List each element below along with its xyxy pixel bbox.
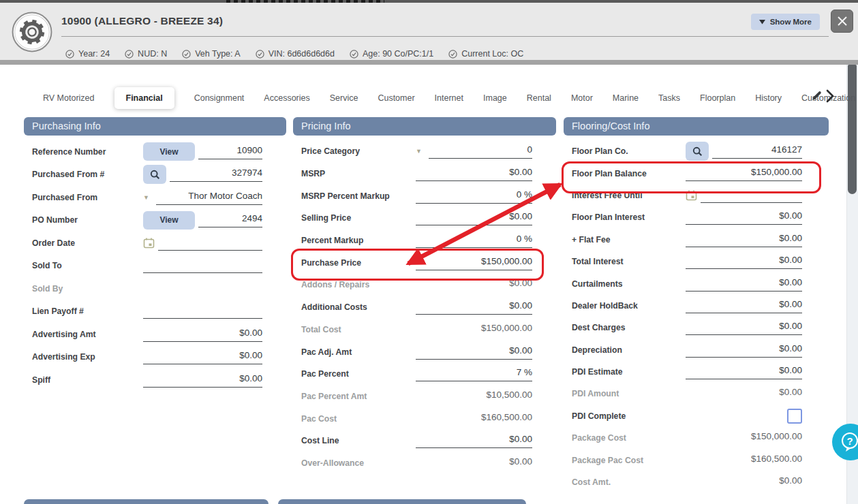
- value-price-category[interactable]: 0: [429, 144, 532, 159]
- tab-history[interactable]: History: [755, 93, 782, 103]
- field-control: $0.00: [143, 327, 262, 342]
- label-order-date: Order Date: [24, 238, 143, 248]
- search-button[interactable]: [143, 165, 166, 184]
- value-selling-price[interactable]: $0.00: [416, 210, 532, 225]
- row-package-cost: Package Cost $150,000.00: [564, 427, 829, 449]
- tab-consignment[interactable]: Consignment: [194, 93, 245, 103]
- tab-marine[interactable]: Marine: [613, 93, 639, 103]
- value-dest-charges[interactable]: $0.00: [686, 320, 802, 335]
- calendar-icon[interactable]: [686, 189, 697, 201]
- value-pac-percent[interactable]: 7 %: [416, 366, 532, 381]
- value-purchased-from[interactable]: 327974: [170, 167, 262, 182]
- field-control: $0.00: [416, 166, 532, 181]
- label-lien-payoff: Lien Payoff #: [24, 306, 143, 316]
- calendar-icon[interactable]: [143, 237, 155, 249]
- value-total-interest[interactable]: $0.00: [686, 254, 802, 269]
- value-po-number[interactable]: 2494: [198, 212, 262, 227]
- label-depreciation: Depreciation: [564, 345, 686, 355]
- bottom-panel-header-right: [278, 499, 526, 504]
- field-control: $10,500.00: [416, 389, 532, 404]
- pdi-complete-checkbox[interactable]: [787, 409, 802, 424]
- tab-image[interactable]: Image: [483, 93, 507, 103]
- label-floor-plan-co: Floor Plan Co.: [564, 146, 686, 156]
- value-pac-cost: $160,500.00: [416, 411, 532, 426]
- value-dealer-holdback[interactable]: $0.00: [686, 298, 802, 313]
- row-pac-adj-amt: Pac Adj. Amt $0.00: [293, 341, 556, 363]
- row-selling-price: Selling Price $0.00: [293, 207, 556, 230]
- tab-service[interactable]: Service: [330, 93, 358, 103]
- badge-year: Year: 24: [65, 49, 110, 59]
- value-advertising-amt[interactable]: $0.00: [143, 327, 262, 342]
- tab-scroll-right-chevron[interactable]: [826, 89, 834, 106]
- value-order-date[interactable]: [158, 236, 262, 251]
- label-dealer-holdback: Dealer HoldBack: [564, 301, 686, 311]
- check-circle-icon: [448, 50, 457, 59]
- field-control: $0.00: [686, 277, 802, 292]
- dropdown-caret-icon[interactable]: ▼: [416, 148, 425, 155]
- help-button[interactable]: ?: [832, 424, 858, 460]
- value-floor-plan-balance[interactable]: $150,000.00: [686, 166, 802, 181]
- value-spiff[interactable]: $0.00: [143, 373, 262, 388]
- check-circle-icon: [256, 50, 264, 59]
- show-more-button[interactable]: Show More: [751, 14, 820, 30]
- field-control: 416127: [686, 142, 802, 161]
- value-msrp-percent-markup[interactable]: 0 %: [416, 189, 532, 204]
- field-control: $0.00: [686, 386, 802, 401]
- row-additional-costs: Additional Costs $0.00: [293, 296, 556, 319]
- dropdown-caret-icon[interactable]: ▼: [143, 194, 153, 201]
- header-divider: [61, 36, 829, 37]
- badge-current-loc: Current Loc: OC: [448, 49, 523, 59]
- check-circle-icon: [182, 50, 191, 59]
- tab-rv-motorized[interactable]: RV Motorized: [43, 93, 95, 103]
- field-control: $0.00: [416, 277, 532, 292]
- view-button[interactable]: View: [143, 211, 195, 230]
- tab-rental[interactable]: Rental: [527, 93, 551, 103]
- row-floor-plan-balance: Floor Plan Balance $150,000.00: [564, 162, 829, 184]
- tab-tasks[interactable]: Tasks: [658, 93, 680, 103]
- value-cost-line[interactable]: $0.00: [416, 433, 532, 448]
- value-flat-fee[interactable]: $0.00: [686, 232, 802, 247]
- view-button[interactable]: View: [143, 142, 195, 161]
- field-control: [143, 258, 262, 273]
- row-order-date: Order Date: [24, 232, 286, 255]
- row-pdi-estimate: PDI Estimate $0.00: [564, 361, 829, 383]
- tab-customer[interactable]: Customer: [378, 93, 414, 103]
- search-button[interactable]: [686, 142, 709, 161]
- value-floor-plan-co[interactable]: 416127: [712, 144, 802, 159]
- value-curtailments[interactable]: $0.00: [686, 277, 802, 292]
- field-control: $150,000.00: [686, 166, 802, 181]
- value-msrp[interactable]: $0.00: [416, 166, 532, 181]
- header-separator: [0, 60, 858, 65]
- value-purchase-price[interactable]: $150,000.00: [416, 255, 532, 270]
- value-advertising-exp[interactable]: $0.00: [143, 349, 262, 364]
- scrollbar-thumb[interactable]: [848, 65, 857, 194]
- value-sold-to[interactable]: [143, 258, 262, 273]
- field-control: $160,500.00: [686, 453, 802, 468]
- value-lien-payoff[interactable]: [143, 304, 262, 319]
- tab-floorplan[interactable]: Floorplan: [700, 93, 735, 103]
- value-additional-costs[interactable]: $0.00: [416, 300, 532, 315]
- label-floor-plan-balance: Floor Plan Balance: [564, 169, 686, 178]
- search-icon: [692, 146, 703, 157]
- row-cost-line: Cost Line $0.00: [293, 430, 556, 452]
- tab-financial[interactable]: Financial: [114, 87, 174, 109]
- show-more-label: Show More: [770, 18, 812, 26]
- label-advertising-exp: Advertising Exp: [24, 352, 143, 362]
- value-floor-plan-interest[interactable]: $0.00: [686, 210, 802, 225]
- edit-tabs-pencil-icon[interactable]: [812, 91, 822, 104]
- value-depreciation[interactable]: $0.00: [686, 343, 802, 358]
- label-pac-adj-amt: Pac Adj. Amt: [293, 347, 416, 357]
- tab-accessories[interactable]: Accessories: [264, 93, 309, 103]
- tab-motor[interactable]: Motor: [571, 93, 593, 103]
- badge-label: NUD: N: [138, 49, 167, 59]
- value-percent-markup[interactable]: 0 %: [416, 233, 532, 248]
- value-interest-free-until[interactable]: [701, 188, 802, 203]
- value-pdi-estimate[interactable]: $0.00: [686, 364, 802, 379]
- gear-logo-icon: [11, 11, 53, 53]
- value-pac-adj-amt[interactable]: $0.00: [416, 345, 532, 360]
- row-advertising-amt: Advertising Amt $0.00: [24, 323, 286, 346]
- close-button[interactable]: [831, 10, 853, 33]
- value-reference-number[interactable]: 10900: [198, 144, 262, 159]
- tab-internet[interactable]: Internet: [435, 93, 463, 103]
- value-purchased-from[interactable]: Thor Motor Coach: [156, 190, 262, 205]
